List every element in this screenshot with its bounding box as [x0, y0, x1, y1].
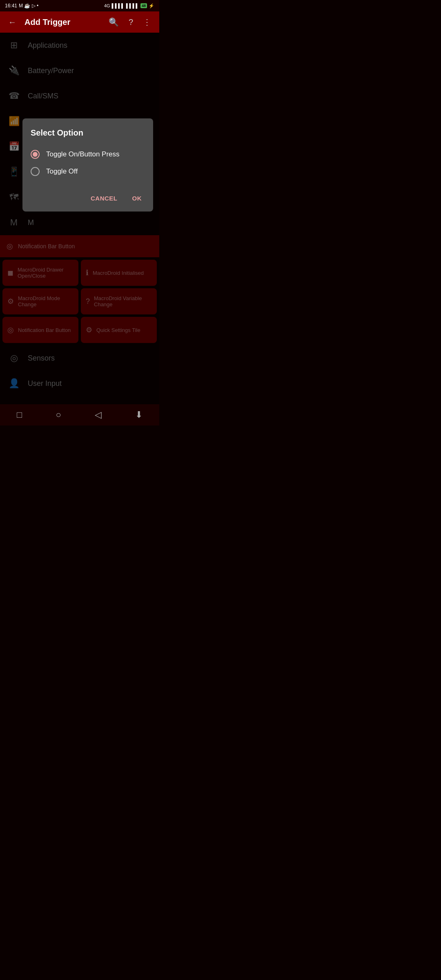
dialog-overlay — [0, 33, 159, 404]
radio-option-toggle-on[interactable]: Toggle On/Button Press — [31, 146, 145, 163]
help-button[interactable]: ? — [127, 16, 135, 29]
nav-back-button[interactable]: ◁ — [87, 406, 110, 423]
dialog-title: Select Option — [31, 128, 145, 138]
charging-icon: ⚡ — [149, 3, 154, 9]
nav-download-button[interactable]: ⬇ — [127, 406, 151, 423]
nav-circle-button[interactable]: ○ — [47, 406, 69, 423]
signal-bars2: ▌▌▌▌ — [126, 3, 139, 8]
status-right: 4G ▌▌▌▌ ▌▌▌▌ 48 ⚡ — [104, 3, 154, 9]
ok-button[interactable]: OK — [129, 192, 145, 205]
more-button[interactable]: ⋮ — [141, 16, 153, 29]
radio-toggle-off-circle[interactable] — [31, 167, 40, 176]
battery-indicator: 48 — [140, 3, 147, 8]
status-time: 16:41 — [5, 3, 17, 9]
nav-bar: □ ○ ◁ ⬇ — [0, 404, 159, 425]
background-content: ⊞ Applications 🔌 Battery/Power ☎ Call/SM… — [0, 33, 159, 404]
signal-bars: ▌▌▌▌ — [112, 3, 125, 8]
back-button[interactable]: ← — [7, 16, 18, 29]
status-icons: M ☕ ▷ • — [19, 3, 38, 9]
search-button[interactable]: 🔍 — [107, 16, 120, 29]
signal-4g: 4G — [104, 3, 110, 8]
nav-home-button[interactable]: □ — [9, 406, 30, 423]
radio-toggle-on-circle[interactable] — [31, 150, 40, 159]
status-bar: 16:41 M ☕ ▷ • 4G ▌▌▌▌ ▌▌▌▌ 48 ⚡ — [0, 0, 159, 11]
dialog-buttons: CANCEL OK — [31, 188, 145, 205]
page-title: Add Trigger — [24, 18, 100, 27]
app-bar: ← Add Trigger 🔍 ? ⋮ — [0, 11, 159, 33]
cancel-button[interactable]: CANCEL — [87, 192, 121, 205]
radio-toggle-off-label: Toggle Off — [46, 167, 78, 176]
select-option-dialog: Select Option Toggle On/Button Press Tog… — [22, 118, 153, 212]
radio-option-toggle-off[interactable]: Toggle Off — [31, 163, 145, 180]
radio-toggle-on-label: Toggle On/Button Press — [46, 150, 120, 158]
status-left: 16:41 M ☕ ▷ • — [5, 3, 38, 9]
